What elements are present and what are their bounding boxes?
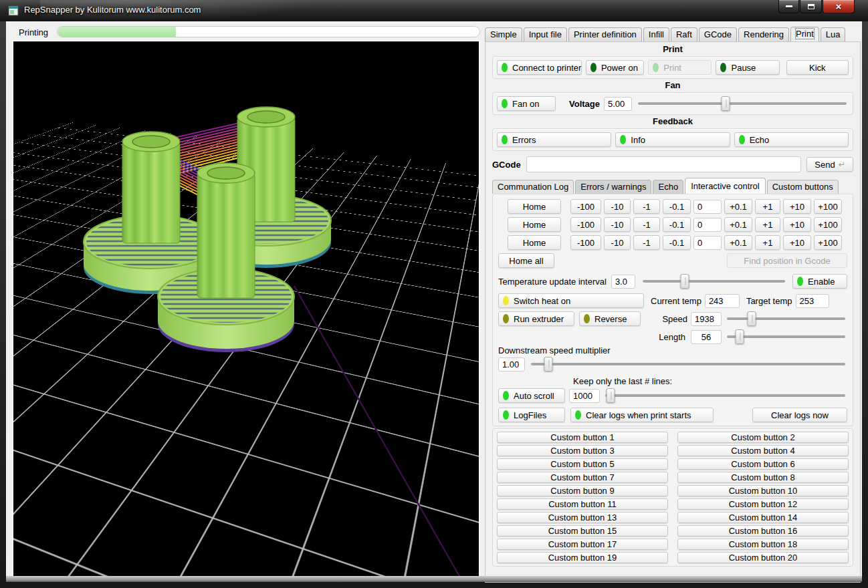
jog-plus-0-1-button[interactable]: +0.1 <box>724 217 752 232</box>
tab-raft[interactable]: Raft <box>671 27 697 41</box>
speed-slider[interactable] <box>725 311 847 326</box>
jog-plus-100-button[interactable]: +100 <box>814 217 842 232</box>
home-button[interactable]: Home <box>508 217 561 232</box>
custom-button-4-button[interactable]: Custom button 4 <box>677 445 849 456</box>
axis-position-input[interactable]: 0 <box>693 236 722 250</box>
log-tab-interactive-control[interactable]: Interactive control <box>685 178 766 194</box>
custom-button-14-button[interactable]: Custom button 14 <box>677 512 849 523</box>
keep-lines-slider[interactable] <box>603 388 847 403</box>
echo-button[interactable]: Echo <box>734 132 849 147</box>
jog-minus-1-button[interactable]: -1 <box>633 235 660 250</box>
tab-gcode[interactable]: GCode <box>699 27 737 41</box>
tab-rendering[interactable]: Rendering <box>738 27 789 41</box>
custom-button-16-button[interactable]: Custom button 16 <box>677 525 849 537</box>
auto-scroll-button[interactable]: Auto scroll <box>498 388 565 403</box>
custom-button-1-button[interactable]: Custom button 1 <box>497 432 668 443</box>
fan-on-button[interactable]: Fan on <box>497 96 556 111</box>
custom-button-10-button[interactable]: Custom button 10 <box>677 485 849 496</box>
run-extruder-button[interactable]: Run extruder <box>498 311 574 326</box>
jog-minus-0-1-button[interactable]: -0.1 <box>663 217 691 232</box>
speed-value[interactable]: 1938 <box>691 312 722 326</box>
log-tab-errors-warnings[interactable]: Errors / warnings <box>575 180 651 194</box>
jog-minus-1-button[interactable]: -1 <box>633 199 660 214</box>
custom-button-6-button[interactable]: Custom button 6 <box>677 458 849 470</box>
custom-button-15-button[interactable]: Custom button 15 <box>497 525 668 537</box>
axis-position-input[interactable]: 0 <box>693 218 722 232</box>
custom-button-20-button[interactable]: Custom button 20 <box>677 552 849 563</box>
jog-plus-100-button[interactable]: +100 <box>814 235 842 250</box>
print-button[interactable]: Print <box>648 60 712 75</box>
downstream-value[interactable]: 1.00 <box>498 357 525 372</box>
jog-plus-10-button[interactable]: +10 <box>783 235 811 250</box>
jog-plus-10-button[interactable]: +10 <box>783 217 811 232</box>
jog-plus-10-button[interactable]: +10 <box>783 199 811 214</box>
custom-button-17-button[interactable]: Custom button 17 <box>497 539 668 550</box>
logfiles-button[interactable]: LogFiles <box>498 408 565 422</box>
voltage-value[interactable]: 5.00 <box>604 97 632 111</box>
reverse-button[interactable]: Reverse <box>579 311 641 326</box>
tab-simple[interactable]: Simple <box>485 27 522 41</box>
jog-minus-100-button[interactable]: -100 <box>570 217 601 232</box>
target-temp-value[interactable]: 253 <box>796 294 829 308</box>
keep-lines-value[interactable]: 1000 <box>569 389 600 403</box>
custom-button-13-button[interactable]: Custom button 13 <box>497 512 668 523</box>
length-value[interactable]: 56 <box>691 330 722 344</box>
home-button[interactable]: Home <box>508 235 561 250</box>
send-button[interactable]: Send ↵ <box>806 157 853 172</box>
gcode-input[interactable] <box>526 156 801 172</box>
errors-button[interactable]: Errors <box>497 132 611 147</box>
jog-minus-0-1-button[interactable]: -0.1 <box>663 199 691 214</box>
connect-to-printer-button[interactable]: Connect to printer <box>497 60 582 75</box>
temp-interval-value[interactable]: 3.0 <box>611 275 635 289</box>
kick-button[interactable]: Kick <box>786 60 849 75</box>
custom-button-11-button[interactable]: Custom button 11 <box>497 498 668 510</box>
downstream-slider[interactable] <box>529 357 847 372</box>
jog-minus-10-button[interactable]: -10 <box>604 217 631 232</box>
current-temp-value[interactable]: 243 <box>705 294 740 308</box>
custom-button-9-button[interactable]: Custom button 9 <box>497 485 668 496</box>
find-position-button[interactable]: Find position in Gcode <box>727 253 847 268</box>
tab-printer-definition[interactable]: Printer definition <box>568 27 642 41</box>
slider-handle[interactable] <box>735 329 744 344</box>
jog-minus-100-button[interactable]: -100 <box>570 235 601 250</box>
jog-plus-0-1-button[interactable]: +0.1 <box>724 199 752 214</box>
log-tab-echo[interactable]: Echo <box>653 180 683 194</box>
tab-input-file[interactable]: Input file <box>524 27 567 41</box>
custom-button-18-button[interactable]: Custom button 18 <box>677 539 849 550</box>
slider-handle[interactable] <box>721 96 730 111</box>
info-button[interactable]: Info <box>615 132 730 147</box>
jog-minus-10-button[interactable]: -10 <box>604 199 631 214</box>
temp-interval-slider[interactable] <box>641 274 787 289</box>
3d-viewport[interactable] <box>12 40 480 580</box>
jog-plus-1-button[interactable]: +1 <box>755 217 780 232</box>
minimize-button[interactable] <box>778 0 799 13</box>
custom-button-3-button[interactable]: Custom button 3 <box>497 445 668 456</box>
jog-minus-10-button[interactable]: -10 <box>604 235 631 250</box>
power-on-button[interactable]: Power on <box>586 60 644 75</box>
custom-button-5-button[interactable]: Custom button 5 <box>497 458 668 470</box>
log-tab-communation-log[interactable]: Communation Log <box>492 180 574 194</box>
tab-infill[interactable]: Infill <box>643 27 669 41</box>
tab-print[interactable]: Print <box>790 27 819 41</box>
custom-button-12-button[interactable]: Custom button 12 <box>677 498 849 510</box>
custom-button-8-button[interactable]: Custom button 8 <box>677 472 849 483</box>
slider-handle[interactable] <box>544 357 552 372</box>
tab-lua[interactable]: Lua <box>821 27 846 41</box>
log-tab-custom-buttons[interactable]: Custom buttons <box>767 180 839 194</box>
home-button[interactable]: Home <box>508 199 561 214</box>
clear-logs-on-start-button[interactable]: Clear logs when print starts <box>570 408 714 422</box>
axis-position-input[interactable]: 0 <box>693 200 722 214</box>
jog-plus-1-button[interactable]: +1 <box>755 235 780 250</box>
jog-plus-1-button[interactable]: +1 <box>755 199 780 214</box>
custom-button-2-button[interactable]: Custom button 2 <box>677 432 849 443</box>
jog-minus-1-button[interactable]: -1 <box>633 217 660 232</box>
slider-handle[interactable] <box>748 311 756 326</box>
jog-minus-100-button[interactable]: -100 <box>570 199 601 214</box>
home-all-button[interactable]: Home all <box>498 253 554 268</box>
close-button[interactable]: × <box>823 0 855 13</box>
clear-logs-now-button[interactable]: Clear logs now <box>752 408 847 422</box>
length-slider[interactable] <box>725 329 847 344</box>
switch-heat-button[interactable]: Switch heat on <box>498 293 644 308</box>
custom-button-19-button[interactable]: Custom button 19 <box>497 552 668 563</box>
title-bar[interactable]: RepSnapper by Kulitorum www.kulitorum.co… <box>0 0 868 21</box>
